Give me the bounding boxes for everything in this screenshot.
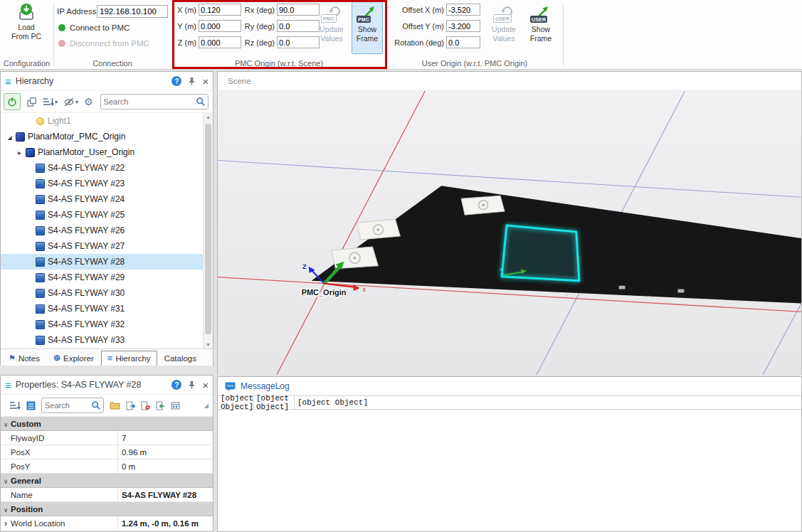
hierarchy-search-input[interactable] <box>101 96 196 107</box>
row-expander-icon[interactable] <box>1 420 11 428</box>
column-header[interactable]: [object Object] <box>295 396 801 409</box>
tree-item-icon <box>34 179 46 188</box>
tree-item[interactable]: S4-AS FLYWAY #33 <box>1 332 213 348</box>
tree-item[interactable]: S4-AS FLYWAY #32 <box>1 316 213 332</box>
field-input[interactable] <box>277 36 320 48</box>
field-input[interactable] <box>446 20 480 32</box>
property-value[interactable]: 1.24 m, -0 m, 0.16 m <box>117 516 213 530</box>
tree-item-label: S4-AS FLYWAY #24 <box>48 194 125 204</box>
property-row[interactable]: FlywayID 7 <box>1 431 213 445</box>
property-row[interactable]: General <box>1 474 213 488</box>
tree-item[interactable]: Light1 <box>1 113 213 129</box>
tree-item[interactable]: S4-AS FLYWAY #26 <box>1 223 213 238</box>
property-row[interactable]: PosX 0.96 m <box>1 445 213 459</box>
scroll-down-arrow[interactable]: ▼ <box>204 342 213 347</box>
tree-item[interactable]: S4-AS FLYWAY #29 <box>1 270 213 285</box>
visibility-dropdown-caret[interactable]: ▾ <box>75 99 78 105</box>
property-row[interactable]: Custom <box>1 417 213 431</box>
visibility-filter-icon[interactable] <box>63 97 75 107</box>
bottom-tab[interactable]: Hierarchy <box>101 351 157 366</box>
field-input[interactable] <box>199 36 241 48</box>
property-value[interactable]: 0.96 m <box>117 445 213 459</box>
property-value[interactable]: 7 <box>117 431 213 445</box>
favorites-icon[interactable] <box>171 401 180 410</box>
help-button[interactable]: ? <box>172 76 181 86</box>
category-view-icon[interactable] <box>26 401 36 410</box>
field-input[interactable] <box>277 20 320 32</box>
tree-expander-icon[interactable] <box>5 132 14 142</box>
mover[interactable] <box>357 219 401 240</box>
column-header[interactable]: [object Object] <box>218 396 253 409</box>
tree-item[interactable]: S4-AS FLYWAY #28 <box>1 254 213 270</box>
column-header[interactable]: [object Object] <box>253 396 295 409</box>
property-grid: Custom FlywayID 7 PosX 0.96 m PosY 0 m <box>1 417 213 531</box>
close-button[interactable]: × <box>202 380 209 390</box>
import-icon[interactable] <box>156 401 165 410</box>
tree-item[interactable]: S4-AS FLYWAY #31 <box>1 301 213 316</box>
property-row[interactable]: Position <box>1 502 213 516</box>
row-expander-icon[interactable] <box>1 477 11 485</box>
export-icon[interactable] <box>126 401 135 410</box>
delete-icon[interactable] <box>141 401 150 410</box>
sort-icon[interactable] <box>9 400 21 410</box>
field-input[interactable] <box>199 4 241 16</box>
pin-button[interactable] <box>188 77 196 86</box>
property-value[interactable]: S4-AS FLYWAY #28 <box>117 488 213 501</box>
open-folder-icon[interactable] <box>110 401 120 410</box>
load-from-pc-button[interactable]: Load From PC <box>6 1 47 55</box>
sort-icon[interactable] <box>43 97 54 107</box>
tree-item[interactable]: PlanarMotor_User_Origin <box>1 144 213 160</box>
pin-button[interactable] <box>188 381 196 390</box>
power-toggle-button[interactable] <box>4 93 21 110</box>
collapse-all-icon[interactable] <box>26 97 37 107</box>
ip-address-input[interactable] <box>97 5 168 18</box>
mover[interactable] <box>461 196 505 215</box>
pmc-update-values-button[interactable]: PMC Update Values <box>315 1 349 54</box>
bottom-tab[interactable]: Catalogs <box>158 351 203 366</box>
property-row[interactable]: Name S4-AS FLYWAY #28 <box>1 488 213 502</box>
user-update-values-button[interactable]: USER Update Values <box>487 1 521 54</box>
tree-item[interactable]: S4-AS FLYWAY #22 <box>1 160 213 176</box>
user-show-frame-button[interactable]: USER Show Frame <box>524 1 558 54</box>
property-row[interactable]: PosY 0 m <box>1 459 213 474</box>
tree-item[interactable]: S4-AS FLYWAY #24 <box>1 191 213 207</box>
search-icon[interactable] <box>91 400 101 410</box>
scroll-up-arrow[interactable]: ▲ <box>204 115 213 119</box>
settings-gear-icon[interactable]: ⚙ <box>84 97 93 107</box>
horizontal-splitter[interactable] <box>0 366 213 375</box>
property-value[interactable]: 0 m <box>117 459 213 473</box>
scroll-thumb[interactable] <box>205 124 211 334</box>
bottom-tab[interactable]: Explorer <box>47 351 100 366</box>
field-input[interactable] <box>446 4 480 16</box>
tree-item[interactable]: S4-AS FLYWAY #27 <box>1 238 213 254</box>
hierarchy-search-box <box>100 94 209 110</box>
toolbar-resize-grip[interactable]: ◢ <box>204 403 209 409</box>
connect-to-pmc-button[interactable]: Connect to PMC <box>58 23 130 32</box>
close-button[interactable]: × <box>202 76 209 87</box>
selected-mover-highlight[interactable] <box>502 225 579 281</box>
search-icon[interactable] <box>196 97 206 107</box>
field-input[interactable] <box>199 20 241 32</box>
tree-item-icon <box>34 211 46 220</box>
row-expander-icon[interactable] <box>1 505 11 514</box>
field-input[interactable] <box>277 4 320 16</box>
tree-item[interactable]: S4-AS FLYWAY #23 <box>1 176 213 191</box>
scene-3d-viewport[interactable]: Z x PMC_Origin <box>218 91 801 375</box>
pmc-badge: PMC <box>357 16 371 23</box>
tree-scrollbar[interactable]: ▲ ▼ <box>203 113 213 349</box>
property-row[interactable]: World Location 1.24 m, -0 m, 0.16 m <box>1 516 213 531</box>
tree-item[interactable]: PlanarMotor_PMC_Origin <box>1 129 213 144</box>
field-input[interactable] <box>446 36 480 48</box>
tree-expander-icon[interactable] <box>15 147 24 157</box>
tree-item-label: S4-AS FLYWAY #27 <box>48 241 125 251</box>
sort-dropdown-caret[interactable]: ▾ <box>55 99 58 105</box>
properties-search-input[interactable] <box>42 400 91 411</box>
tree-item[interactable]: S4-AS FLYWAY #25 <box>1 207 213 223</box>
help-button[interactable]: ? <box>172 380 181 390</box>
pmc-show-frame-button[interactable]: PMC Show Frame <box>352 1 383 54</box>
messagelog-icon <box>225 382 236 391</box>
row-expander-icon[interactable] <box>1 518 11 528</box>
bottom-tab[interactable]: Notes <box>2 351 46 366</box>
disconnect-from-pmc-button[interactable]: Disconnect from PMC <box>58 39 149 48</box>
tree-item[interactable]: S4-AS FLYWAY #30 <box>1 285 213 301</box>
